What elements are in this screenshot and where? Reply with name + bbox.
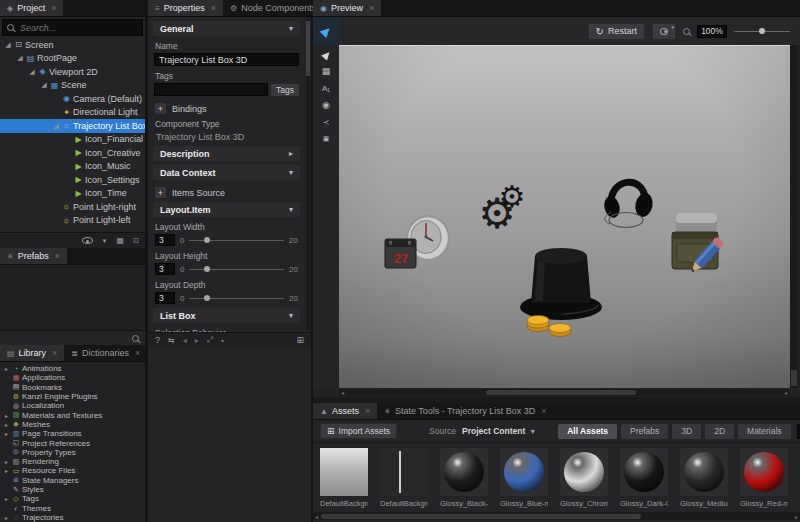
filter-button[interactable]: All Assets	[558, 424, 617, 439]
library-item[interactable]: ⚙ Kanzi Engine Plugins	[0, 392, 145, 401]
panel-options-icon[interactable]: ⊡	[133, 237, 139, 245]
expander-icon[interactable]	[3, 458, 10, 465]
filter-button[interactable]: 3D	[672, 424, 701, 439]
asset-item[interactable]: Glossy_Medium-...	[680, 448, 728, 508]
filter-button[interactable]: Prefabs	[621, 424, 668, 439]
library-item[interactable]: ◐ Themes	[0, 503, 145, 512]
slider-handle[interactable]	[204, 295, 210, 301]
library-item[interactable]: ◱ Project References	[0, 438, 145, 447]
expander-icon[interactable]	[3, 467, 10, 474]
preview-viewport[interactable]: 27 ⚙ ⚙	[339, 45, 790, 388]
add-items-source-icon[interactable]: +	[155, 187, 166, 198]
tree-item[interactable]: ☼ Point Light-right	[0, 200, 145, 214]
scroll-right-icon[interactable]: ▸	[783, 389, 790, 396]
tab-prefabs[interactable]: ✳ Prefabs ×	[0, 248, 67, 264]
slider-handle[interactable]	[204, 266, 210, 272]
tree-item[interactable]: ◈ Viewport 2D	[0, 65, 145, 79]
library-item[interactable]: ◍ Localization	[0, 401, 145, 410]
tree-item[interactable]: ▶ Icon_Creative	[0, 146, 145, 160]
library-item[interactable]: ▥ Page Transitions	[0, 429, 145, 438]
asset-item[interactable]: DefaultBackgrou...	[320, 448, 368, 508]
expander-icon[interactable]	[3, 421, 10, 428]
close-icon[interactable]: ×	[52, 348, 57, 358]
source-select[interactable]: Project Content ▼	[462, 426, 536, 436]
expander-icon[interactable]	[3, 412, 10, 419]
preview-vertical-scrollbar[interactable]	[790, 45, 798, 388]
library-item[interactable]: ▨ Materials and Textures	[0, 410, 145, 419]
library-item[interactable]: ◔ Animations	[0, 364, 145, 373]
pin-icon[interactable]: ⇆	[168, 336, 175, 345]
visibility-menu-button[interactable]: ▾	[652, 23, 676, 40]
tree-item[interactable]: ✦ Directional Light	[0, 106, 145, 120]
back-icon[interactable]: ◂	[183, 336, 187, 345]
tree-item[interactable]: ▶ Icon_Time	[0, 187, 145, 201]
scroll-left-icon[interactable]: ◂	[339, 389, 346, 396]
value-input[interactable]: 3	[155, 292, 175, 304]
scrollbar-thumb[interactable]	[486, 390, 636, 395]
add-property-icon[interactable]: ⊞	[296, 335, 304, 345]
close-icon[interactable]: ×	[51, 3, 56, 13]
assets-scrollbar[interactable]: ◂ ▸	[313, 512, 800, 520]
tab-preview[interactable]: ◉ Preview ×	[313, 0, 381, 16]
tab-properties[interactable]: ≡ Properties ×	[148, 0, 223, 16]
tree-item[interactable]: ◉ Camera (Default)	[0, 92, 145, 106]
search-input[interactable]	[18, 22, 138, 34]
asset-item[interactable]: DefaultBackgrou...	[380, 448, 428, 508]
close-icon[interactable]: ×	[541, 406, 546, 416]
section-description[interactable]: Description ▸	[153, 146, 300, 161]
close-icon[interactable]: ×	[365, 406, 370, 416]
slider[interactable]	[189, 269, 284, 270]
library-item[interactable]: ▭ Resource Files	[0, 466, 145, 475]
library-item[interactable]: ◆ Meshes	[0, 420, 145, 429]
library-item[interactable]: ≣ State Managers	[0, 476, 145, 485]
expander-icon[interactable]	[52, 122, 60, 130]
add-binding-icon[interactable]: +	[155, 103, 166, 114]
text-tool-icon[interactable]: A₁	[322, 83, 330, 93]
grid-tool-icon[interactable]: ▦	[322, 66, 331, 76]
name-field[interactable]	[154, 53, 299, 66]
help-icon[interactable]: ?	[155, 335, 160, 345]
section-list-box[interactable]: List Box ▾	[153, 308, 300, 323]
tree-item[interactable]: ▶ Icon_Music	[0, 160, 145, 174]
close-icon[interactable]: ×	[211, 3, 216, 13]
library-item[interactable]: ▦ Applications	[0, 373, 145, 382]
interact-tool-button[interactable]: ▶	[313, 17, 339, 45]
filter-button[interactable]: 2D	[705, 424, 734, 439]
value-input[interactable]: 3	[155, 263, 175, 275]
slider-handle[interactable]	[204, 237, 210, 243]
expander-icon[interactable]	[3, 430, 10, 437]
library-item[interactable]: ⊙ Property Types	[0, 448, 145, 457]
slider[interactable]	[189, 298, 284, 299]
tree-item[interactable]: ▶ Icon_Settings	[0, 173, 145, 187]
filter-button[interactable]: Materials	[738, 424, 790, 439]
tab-project[interactable]: ◈ Project ×	[0, 0, 63, 16]
properties-scrollbar[interactable]	[306, 19, 310, 330]
camera-tool-icon[interactable]: ▣	[323, 134, 330, 144]
import-assets-button[interactable]: ⊞ Import Assets	[320, 423, 397, 439]
sphere-tool-icon[interactable]: ◉	[322, 100, 330, 110]
library-item[interactable]: ◇ Tags	[0, 494, 145, 503]
close-icon[interactable]: ×	[135, 348, 140, 358]
asset-item[interactable]: Glossy_Red-mate...	[740, 448, 788, 508]
library-item[interactable]: ✎ Styles	[0, 485, 145, 494]
forward-icon[interactable]: ▸	[195, 336, 199, 345]
tags-field[interactable]	[154, 83, 268, 96]
tags-button[interactable]: Tags	[271, 84, 299, 96]
asset-item[interactable]: Glossy_Dark-Gre...	[620, 448, 668, 508]
expander-icon[interactable]	[28, 68, 36, 76]
zoom-slider[interactable]	[734, 31, 790, 32]
close-icon[interactable]: ×	[369, 3, 374, 13]
library-item[interactable]: ▤ Bookmarks	[0, 383, 145, 392]
asset-item[interactable]: Glossy_Blue-mat...	[500, 448, 548, 508]
tab-library[interactable]: ▤ Library ×	[0, 345, 64, 361]
cursor-tool-icon[interactable]: ▶	[322, 49, 330, 59]
expander-icon[interactable]	[4, 41, 12, 49]
restart-button[interactable]: ↻ Restart	[588, 23, 645, 40]
filter-icon[interactable]: ▼	[102, 238, 108, 244]
scroll-right-icon[interactable]: ▸	[793, 513, 800, 520]
scroll-left-icon[interactable]: ◂	[313, 513, 320, 520]
expander-icon[interactable]	[40, 81, 48, 89]
lock-icon[interactable]: ▪	[221, 337, 223, 344]
section-data-context[interactable]: Data Context ▾	[153, 165, 300, 180]
expander-icon[interactable]	[3, 365, 10, 372]
